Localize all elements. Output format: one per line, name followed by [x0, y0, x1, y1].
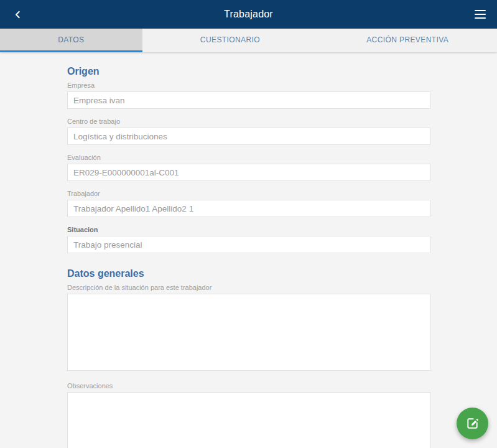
field-label-observaciones: Observaciones	[67, 382, 430, 390]
edit-fab-button[interactable]	[457, 408, 488, 439]
field-descripcion-situacion: Descripción de la situación para este tr…	[67, 284, 430, 371]
section-title-datos-generales: Datos generales	[67, 268, 430, 279]
tab-datos[interactable]: DATOS	[0, 29, 142, 52]
evaluacion-input[interactable]	[67, 164, 430, 181]
descripcion-situacion-textarea[interactable]	[67, 294, 430, 371]
field-empresa: Empresa	[67, 82, 430, 109]
field-observaciones: Observaciones	[67, 382, 430, 448]
page-title: Trabajador	[0, 9, 497, 20]
edit-icon	[465, 416, 480, 431]
situacion-input[interactable]	[67, 236, 430, 253]
field-centro-de-trabajo: Centro de trabajo	[67, 118, 430, 145]
tab-accion-preventiva[interactable]: ACCIÓN PREVENTIVA	[318, 29, 497, 52]
field-evaluacion: Evaluación	[67, 154, 430, 181]
section-title-origen: Origen	[67, 66, 430, 77]
app-window: Trabajador DATOS CUESTIONARIO ACCIÓN PRE…	[0, 0, 497, 448]
tab-bar: DATOS CUESTIONARIO ACCIÓN PREVENTIVA	[0, 29, 497, 52]
tab-cuestionario[interactable]: CUESTIONARIO	[142, 29, 318, 52]
empresa-input[interactable]	[67, 91, 430, 109]
trabajador-input[interactable]	[67, 200, 430, 217]
field-situacion: Situacion	[67, 226, 430, 253]
field-label-descripcion-situacion: Descripción de la situación para este tr…	[67, 284, 430, 291]
field-label-evaluacion: Evaluación	[67, 154, 430, 161]
chevron-left-icon	[13, 10, 22, 19]
centro-de-trabajo-input[interactable]	[67, 128, 430, 145]
field-label-trabajador: Trabajador	[67, 190, 430, 197]
field-label-situacion: Situacion	[67, 226, 430, 233]
observaciones-textarea[interactable]	[67, 392, 430, 448]
hamburger-menu-icon	[475, 10, 486, 19]
back-button[interactable]	[5, 0, 30, 29]
app-header: Trabajador	[0, 0, 497, 29]
field-label-empresa: Empresa	[67, 82, 430, 89]
field-label-centro-de-trabajo: Centro de trabajo	[67, 118, 430, 125]
form-content: Origen Empresa Centro de trabajo Evaluac…	[0, 52, 497, 448]
field-trabajador: Trabajador	[67, 190, 430, 217]
menu-button[interactable]	[467, 0, 493, 29]
